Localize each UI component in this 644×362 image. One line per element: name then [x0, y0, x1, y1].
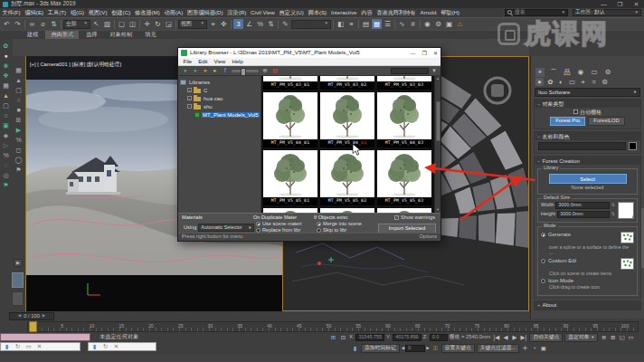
mode-option-generate[interactable]: Generate: [541, 232, 634, 243]
tool-icon[interactable]: ▦: [1, 81, 11, 90]
create-tab[interactable]: +: [535, 68, 545, 77]
menu-item[interactable]: 创建(C): [109, 10, 133, 15]
listener-toggle-icon[interactable]: ▮: [3, 343, 11, 351]
select-by-name-icon[interactable]: ▥: [102, 19, 112, 29]
library-select-button[interactable]: Select: [549, 174, 627, 184]
library-open-icon[interactable]: ●: [182, 67, 189, 74]
tree-expander-icon[interactable]: +: [187, 96, 192, 100]
menu-item[interactable]: Civil View: [249, 10, 278, 15]
dialog-title-bar[interactable]: Library Browser - L:\3Dmax 2019\MT_PM_V5…: [178, 48, 440, 58]
zoom-extents-icon[interactable]: ◱: [618, 334, 626, 342]
ribbon-tab-3[interactable]: 选择: [80, 31, 102, 39]
go-to-end-button[interactable]: ▶|: [519, 334, 527, 342]
tool-icon[interactable]: ▢: [14, 85, 24, 94]
time-slider-handle[interactable]: [29, 321, 37, 332]
modify-tab[interactable]: ⌒: [549, 68, 558, 77]
zoom-thumbnails-icon[interactable]: ⊕: [261, 67, 269, 74]
ribbon-tab-1[interactable]: 建模: [22, 31, 43, 39]
tree-expander-icon[interactable]: +: [187, 88, 192, 92]
add-time-tag-button[interactable]: 添加时间标记: [361, 344, 400, 354]
library-refresh-icon[interactable]: ●: [192, 67, 199, 74]
systems-icon[interactable]: ⚙: [601, 78, 609, 86]
dialog-menu-edit[interactable]: Edit: [195, 59, 211, 64]
pan-icon[interactable]: ✛: [521, 345, 529, 353]
about-rollout-header[interactable]: +About: [535, 301, 640, 310]
prev-frame-arrow-icon[interactable]: ◀: [18, 314, 21, 319]
thumbnail-MT_PM_V5_04_02[interactable]: MT_PM_V5_04_02: [320, 92, 374, 148]
tree-item-shu[interactable]: −shu: [178, 102, 260, 110]
radio-icon[interactable]: [541, 259, 545, 263]
bind-to-spacewarp-icon[interactable]: ⇅: [49, 19, 59, 29]
snap-toggle-icon[interactable]: 3: [233, 19, 243, 29]
favorites-icon[interactable]: f: [222, 67, 229, 74]
object-type-rollout-header[interactable]: −对象类型: [535, 100, 640, 108]
listener-close-icon[interactable]: ✕: [35, 343, 43, 351]
y-coordinate-field[interactable]: 40175.899: [393, 334, 421, 341]
display-tab[interactable]: ▭: [590, 68, 599, 77]
ribbon-tab-2[interactable]: 自由形式: [45, 31, 79, 39]
tool-icon[interactable]: ◈: [1, 130, 11, 139]
show-warnings-checkbox[interactable]: ✓: [394, 215, 399, 220]
tool-icon[interactable]: ▲: [1, 90, 11, 100]
radio-icon[interactable]: [256, 222, 260, 226]
render-setup-icon[interactable]: ⚙: [433, 19, 443, 29]
schematic-view-icon[interactable]: #: [408, 19, 418, 29]
thumbnail-MT_PM_V5_04_03[interactable]: MT_PM_V5_04_03: [377, 92, 431, 148]
show-warnings-row[interactable]: ✓ Show warnings: [394, 215, 435, 221]
width-field[interactable]: 3000.0mm: [555, 202, 609, 209]
forest-creation-rollout-header[interactable]: −Forest Creation: [535, 157, 640, 165]
next-frame-arrow-icon[interactable]: ▶: [43, 314, 45, 319]
selection-lock-icon[interactable]: ⊡: [339, 334, 347, 342]
viewport-layout-flyout-button[interactable]: ▶: [14, 259, 23, 267]
auto-key-button[interactable]: 自动关键点: [529, 333, 563, 343]
named-selection-dropdown[interactable]: ▼: [291, 20, 331, 29]
maxscript-mini-listener-white[interactable]: ▮↻▭✕: [0, 342, 80, 351]
scene-explorer-icon[interactable]: ☰: [383, 19, 393, 29]
library-up-icon[interactable]: ●: [202, 67, 209, 74]
key-icon[interactable]: ⚿: [431, 345, 440, 353]
move-icon[interactable]: ✛: [142, 19, 152, 29]
maximize-viewport-icon[interactable]: ▣: [539, 345, 547, 353]
layer-manager-icon[interactable]: ▤: [361, 19, 371, 29]
window-crossing-icon[interactable]: ◫: [128, 19, 137, 29]
minimize-button[interactable]: —: [600, 1, 608, 9]
dialog-close-button[interactable]: ✕: [433, 51, 438, 56]
tree-item-c[interactable]: +C: [178, 86, 260, 94]
mode-option-custom-edi[interactable]: Custom Edi: [541, 258, 634, 270]
material-editor-icon[interactable]: ◉: [422, 19, 432, 29]
select-and-manipulate-icon[interactable]: ✜: [219, 19, 229, 29]
redo-icon[interactable]: ↷: [13, 19, 23, 29]
thumbnail-MT_PM_V5_03_03[interactable]: MT_PM_V5_03_03: [377, 76, 431, 90]
thumbnail-MT_PM_V5_04_01[interactable]: MT_PM_V5_04_01: [263, 92, 317, 148]
object-name-field[interactable]: [538, 142, 626, 150]
maxscript-listener-secondary[interactable]: ▮↻✕: [88, 342, 156, 351]
tool-icon[interactable]: ○: [14, 95, 24, 104]
graphite-ribbon-icon[interactable]: ▦: [372, 19, 382, 29]
unlink-selection-icon[interactable]: ⌀: [38, 19, 48, 29]
scrollbar-thumb[interactable]: [436, 101, 440, 141]
edit-named-selections-icon[interactable]: ✎: [280, 19, 290, 29]
zoom-icon[interactable]: ⊕: [600, 334, 608, 342]
height-spinner[interactable]: ⇅: [611, 212, 615, 216]
thumbnail-MT_PM_V5_03_01[interactable]: MT_PM_V5_03_01: [263, 76, 317, 90]
filter-funnel-icon[interactable]: ▼: [431, 68, 437, 73]
reference-coordinate-dropdown[interactable]: 视图▼: [178, 20, 207, 29]
tool-icon[interactable]: ◌: [1, 160, 11, 169]
search-box[interactable]: 搜索 ▼: [505, 9, 568, 16]
select-and-link-icon[interactable]: ∞: [27, 19, 37, 29]
ribbon-tab-5[interactable]: 填充: [139, 31, 161, 39]
geometry-icon[interactable]: ●: [535, 78, 544, 86]
thumbnail-size-slider[interactable]: [232, 70, 259, 72]
cameras-icon[interactable]: ▭: [568, 78, 576, 86]
tool-icon[interactable]: ▲: [14, 75, 24, 84]
rectangular-region-icon[interactable]: ▢: [117, 19, 127, 29]
name-color-rollout-header[interactable]: −名称和颜色: [535, 132, 640, 140]
autogrid-checkbox[interactable]: [573, 110, 578, 114]
motion-tab[interactable]: ◉: [576, 68, 585, 77]
tree-item-mt-plant-models-vol5[interactable]: MT_Plant Models_Vol5: [178, 110, 260, 119]
scale-icon[interactable]: ◲: [164, 19, 174, 29]
maxscript-mini-listener-pink[interactable]: [0, 333, 90, 341]
menu-item[interactable]: 帮助(H): [439, 10, 462, 15]
helpers-icon[interactable]: ⌖: [579, 78, 587, 86]
tool-icon[interactable]: %: [1, 150, 11, 159]
